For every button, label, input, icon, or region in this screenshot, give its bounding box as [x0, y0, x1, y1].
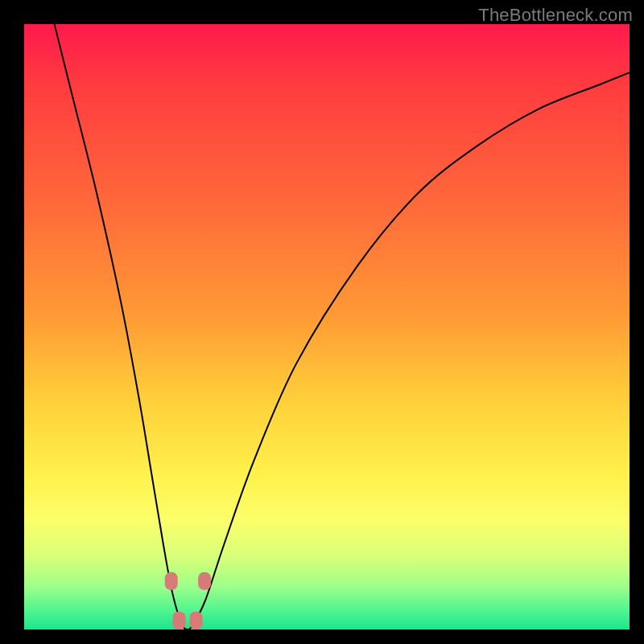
curve-marker	[173, 612, 186, 630]
watermark-text: TheBottleneck.com	[478, 5, 633, 26]
chart-frame: TheBottleneck.com	[0, 0, 644, 644]
chart-svg	[24, 24, 630, 630]
curve-marker	[198, 572, 211, 590]
plot-area	[24, 24, 630, 630]
bottleneck-curve	[55, 24, 630, 630]
curve-marker	[190, 612, 203, 630]
curve-marker	[165, 572, 178, 590]
curve-markers	[165, 572, 211, 630]
